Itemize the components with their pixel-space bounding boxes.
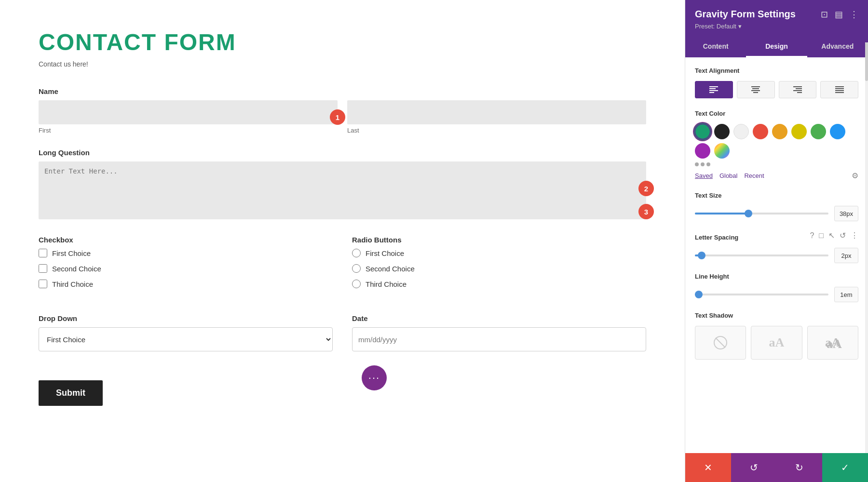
color-swatch-blue[interactable]	[830, 124, 845, 139]
first-name-input[interactable]	[39, 100, 338, 124]
panel-scrollbar[interactable]	[865, 42, 868, 453]
tab-advanced[interactable]: Advanced	[807, 37, 868, 57]
panel-layout-icon[interactable]: ▤	[835, 9, 843, 20]
color-settings-icon[interactable]: ⚙	[852, 171, 858, 180]
checkbox-list: First Choice Second Choice Third Choice	[39, 249, 333, 288]
color-swatch-white[interactable]	[733, 124, 749, 139]
tab-content[interactable]: Content	[685, 37, 746, 57]
shadow-none-btn[interactable]	[695, 326, 746, 360]
text-color-section: Text Color Saved Global	[695, 110, 858, 180]
align-justify-icon	[835, 86, 844, 93]
text-size-row: 38px	[695, 206, 858, 221]
line-height-value[interactable]: 1em	[834, 287, 858, 302]
color-swatches	[695, 124, 858, 159]
line-height-section: Line Height 1em	[695, 273, 858, 302]
color-swatch-purple[interactable]	[695, 143, 710, 159]
checkbox-2[interactable]	[39, 264, 47, 273]
checkbox-item-3: Third Choice	[39, 280, 333, 288]
text-size-track[interactable]	[695, 213, 828, 214]
svg-rect-12	[835, 86, 844, 87]
panel-body: Text Alignment	[685, 57, 868, 453]
line-height-row: 1em	[695, 287, 858, 302]
save-button[interactable]: ✓	[822, 453, 868, 482]
submit-button[interactable]: Submit	[39, 380, 103, 406]
shadow-soft-btn[interactable]: aA	[751, 326, 802, 360]
date-label: Date	[352, 314, 646, 322]
cancel-button[interactable]: ✕	[685, 453, 731, 482]
svg-rect-7	[753, 92, 758, 93]
date-input[interactable]	[352, 327, 646, 351]
svg-rect-11	[797, 92, 802, 93]
checkbox-1[interactable]	[39, 249, 47, 257]
align-justify-btn[interactable]	[820, 81, 858, 98]
color-swatch-lime[interactable]	[811, 124, 826, 139]
color-swatch-custom[interactable]	[714, 143, 730, 159]
checkbox-item-1: First Choice	[39, 249, 333, 257]
undo-button[interactable]: ↺	[731, 453, 777, 482]
tab-design[interactable]: Design	[746, 37, 807, 57]
line-height-thumb[interactable]	[695, 291, 703, 298]
shadow-hard-btn[interactable]: aA	[807, 326, 858, 360]
checkbox-label-3: Third Choice	[52, 280, 93, 288]
align-left-icon	[709, 86, 718, 93]
panel-header-icons: ⊡ ▤ ⋮	[821, 9, 858, 20]
letter-spacing-value[interactable]: 2px	[834, 248, 858, 263]
last-name-input[interactable]	[347, 100, 646, 124]
name-label: Name	[39, 87, 646, 95]
color-tab-saved[interactable]: Saved	[695, 172, 713, 179]
panel-footer: ✕ ↺ ↻ ✓	[685, 453, 868, 482]
svg-line-17	[716, 338, 725, 348]
ls-help-icon[interactable]: ?	[810, 231, 814, 240]
text-size-thumb[interactable]	[745, 210, 752, 217]
radio-3[interactable]	[352, 280, 361, 288]
checkbox-3[interactable]	[39, 280, 47, 288]
svg-rect-14	[835, 90, 844, 91]
align-left-btn[interactable]	[695, 81, 733, 98]
dropdown-select[interactable]: First Choice Second Choice Third Choice	[39, 327, 333, 351]
align-center-btn[interactable]	[737, 81, 775, 98]
ls-icons: ? □ ↖ ↺ ⋮	[810, 231, 858, 240]
badge-1: 1	[330, 109, 345, 125]
ls-cursor-icon[interactable]: ↖	[828, 231, 835, 240]
color-swatch-yellow[interactable]	[791, 124, 807, 139]
checkbox-radio-row: Checkbox First Choice Second Choice Thir…	[39, 236, 646, 295]
long-question-input[interactable]	[39, 161, 646, 219]
color-tabs: Saved Global Recent ⚙	[695, 171, 858, 180]
svg-rect-2	[709, 90, 718, 91]
color-swatch-red[interactable]	[753, 124, 768, 139]
floating-dots-button[interactable]: ···	[362, 365, 387, 390]
svg-rect-4	[751, 86, 760, 87]
panel-title: Gravity Form Settings	[695, 9, 796, 20]
align-right-btn[interactable]	[779, 81, 817, 98]
radio-1[interactable]	[352, 249, 361, 257]
panel-target-icon[interactable]: ⊡	[821, 9, 828, 20]
color-swatch-orange[interactable]	[772, 124, 787, 139]
long-question-label: Long Question	[39, 148, 646, 157]
radio-label-2: Second Choice	[366, 265, 415, 273]
line-height-track[interactable]	[695, 294, 828, 295]
floating-dots-icon: ···	[368, 373, 380, 383]
color-swatch-black[interactable]	[714, 124, 730, 139]
name-section: Name First 1 Last	[39, 87, 646, 134]
form-title: CONTACT FORM	[39, 29, 646, 55]
letter-spacing-track[interactable]	[695, 254, 828, 256]
text-size-value[interactable]: 38px	[834, 206, 858, 221]
redo-button[interactable]: ↻	[777, 453, 823, 482]
radio-2[interactable]	[352, 264, 361, 273]
ls-reset-icon[interactable]: ↺	[840, 231, 846, 240]
radio-group: Radio Buttons First Choice Second Choice…	[352, 236, 646, 295]
color-more-dots[interactable]	[695, 162, 858, 166]
panel-preset[interactable]: Preset: Default ▾	[695, 23, 858, 30]
radio-item-1: First Choice	[352, 249, 646, 257]
ls-more-icon[interactable]: ⋮	[851, 231, 858, 240]
color-tab-recent[interactable]: Recent	[744, 172, 764, 179]
panel-scrollbar-thumb	[865, 42, 868, 81]
color-swatch-green[interactable]	[695, 124, 710, 139]
radio-label-1: First Choice	[366, 249, 404, 257]
panel-header-top: Gravity Form Settings ⊡ ▤ ⋮	[695, 9, 858, 20]
panel-more-icon[interactable]: ⋮	[850, 9, 858, 20]
letter-spacing-title: Letter Spacing	[695, 234, 738, 241]
color-tab-global[interactable]: Global	[719, 172, 738, 179]
letter-spacing-thumb[interactable]	[698, 252, 705, 259]
ls-desktop-icon[interactable]: □	[819, 231, 824, 240]
